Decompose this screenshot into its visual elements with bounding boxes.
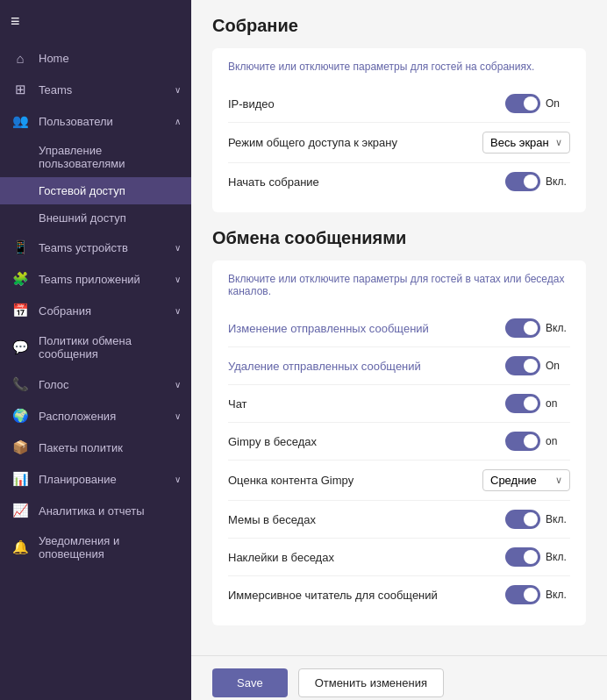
teams-devices-icon: 📱 (11, 239, 30, 255)
setting-label-start-meeting: Начать собрание (228, 175, 505, 189)
setting-control-edit-messages[interactable]: Вкл. (505, 318, 570, 338)
sidebar-item-notifications[interactable]: 🔔Уведомления и оповещения (0, 526, 191, 568)
setting-row-immersive-reader: Иммерсивное читатель для сообщенийВкл. (228, 576, 570, 613)
cancel-button[interactable]: Отменить изменения (298, 668, 444, 697)
chevron-down-icon: ∨ (175, 306, 181, 316)
section2-settings: Изменение отправленных сообщенийВкл.Удал… (228, 310, 570, 613)
toggle-giphy-in-conv[interactable] (505, 432, 540, 451)
setting-label-giphy-rating: Оценка контента Gimpy (228, 474, 482, 487)
sidebar-item-label: Home (39, 52, 181, 65)
setting-row-screen-share: Режим общего доступа к экрануВесь экран∨ (228, 123, 570, 163)
users-icon: 👥 (11, 113, 30, 129)
sidebar-item-label: Уведомления и оповещения (39, 534, 181, 561)
toggle-label-delete-messages: On (546, 360, 570, 372)
sidebar-item-manage-users[interactable]: Управление пользователями (0, 137, 191, 177)
toggle-label-chat: on (546, 397, 570, 410)
messaging-icon: 💬 (11, 339, 30, 355)
sidebar-item-label: Расположения (39, 410, 171, 423)
planning-icon: 📊 (11, 471, 30, 487)
dropdown-giphy-rating[interactable]: Средние∨ (482, 469, 570, 491)
sidebar-item-label: Голос (39, 378, 171, 391)
sidebar-item-label: Планирование (39, 473, 171, 486)
setting-row-edit-messages: Изменение отправленных сообщенийВкл. (228, 310, 570, 347)
home-icon: ⌂ (11, 51, 30, 66)
setting-row-ip-video: IP-видеоOn (228, 85, 570, 123)
chevron-down-icon: ∨ (175, 411, 181, 421)
toggle-label-start-meeting: Вкл. (546, 175, 570, 188)
sidebar-item-policy-packages[interactable]: 📦Пакеты политик (0, 432, 191, 463)
sidebar-item-users[interactable]: 👥Пользователи∧ (0, 105, 191, 137)
sidebar-item-analytics[interactable]: 📈Аналитика и отчеты (0, 495, 191, 526)
chevron-down-icon: ∨ (175, 243, 181, 253)
sidebar-item-label: Пользователи (39, 115, 171, 128)
toggle-ip-video[interactable] (505, 94, 540, 113)
save-button[interactable]: Save (212, 668, 288, 697)
toggle-label-ip-video: On (546, 97, 570, 110)
sidebar-item-teams-devices[interactable]: 📱Teams устройств∨ (0, 232, 191, 263)
main-content: Собрание Включите или отключите параметр… (191, 0, 607, 655)
toggle-edit-messages[interactable] (505, 318, 540, 338)
setting-control-giphy-rating[interactable]: Средние∨ (482, 469, 570, 491)
notifications-icon: 🔔 (11, 539, 30, 555)
chevron-down-icon: ∨ (175, 380, 181, 389)
section1-box: Включите или отключите параметры для гос… (212, 48, 586, 212)
voice-icon: 📞 (11, 376, 30, 392)
setting-control-ip-video[interactable]: On (505, 94, 570, 113)
policy-packages-icon: 📦 (11, 439, 30, 455)
sidebar-item-label: Политики обмена сообщения (39, 334, 181, 361)
setting-label-stickers: Наклейки в беседах (228, 551, 505, 564)
setting-row-delete-messages: Удаление отправленных сообщенийOn (228, 347, 570, 385)
section1-desc: Включите или отключите параметры для гос… (228, 61, 570, 73)
dropdown-screen-share[interactable]: Весь экран∨ (482, 132, 570, 154)
sidebar-item-messaging[interactable]: 💬Политики обмена сообщения (0, 326, 191, 368)
sidebar-item-label: Гостевой доступ (39, 184, 125, 197)
sidebar-item-home[interactable]: ⌂Home (0, 43, 191, 74)
toggle-start-meeting[interactable] (505, 172, 540, 191)
setting-control-chat[interactable]: on (505, 394, 570, 413)
section2-title: Обмена сообщениями (212, 228, 586, 248)
toggle-delete-messages[interactable] (505, 356, 540, 375)
toggle-memes[interactable] (505, 510, 540, 529)
setting-label-memes: Мемы в беседах (228, 513, 505, 526)
sidebar-nav: ⌂Home⊞Teams∨👥Пользователи∧Управление пол… (0, 43, 191, 568)
toggle-label-immersive-reader: Вкл. (546, 589, 570, 601)
setting-label-ip-video: IP-видео (228, 97, 505, 111)
sidebar-item-teams-apps[interactable]: 🧩Teams приложений∨ (0, 263, 191, 295)
hamburger-icon[interactable]: ≡ (11, 12, 20, 31)
setting-control-immersive-reader[interactable]: Вкл. (505, 585, 570, 604)
setting-row-stickers: Наклейки в беседахВкл. (228, 539, 570, 576)
setting-control-delete-messages[interactable]: On (505, 356, 570, 375)
sidebar-item-guest-access[interactable]: Гостевой доступ (0, 177, 191, 204)
meetings-icon: 📅 (11, 303, 30, 318)
section2-desc: Включите или отключите параметры для гос… (228, 273, 570, 297)
toggle-chat[interactable] (505, 394, 540, 413)
sidebar-item-teams[interactable]: ⊞Teams∨ (0, 74, 191, 105)
dropdown-value-giphy-rating: Средние (490, 474, 537, 487)
sidebar-item-locations[interactable]: 🌍Расположения∨ (0, 400, 191, 432)
sidebar-item-meetings[interactable]: 📅Собрания∨ (0, 295, 191, 326)
sidebar-item-voice[interactable]: 📞Голос∨ (0, 368, 191, 400)
sidebar-item-external-access[interactable]: Внешний доступ (0, 204, 191, 232)
sidebar-item-label: Аналитика и отчеты (39, 504, 181, 518)
toggle-stickers[interactable] (505, 547, 540, 567)
sidebar-item-planning[interactable]: 📊Планирование∨ (0, 463, 191, 495)
teams-icon: ⊞ (11, 82, 30, 97)
toggle-label-edit-messages: Вкл. (546, 322, 570, 334)
toggle-label-stickers: Вкл. (546, 551, 570, 563)
sidebar-item-label: Teams приложений (39, 273, 171, 286)
chevron-down-icon: ∨ (175, 85, 181, 95)
sidebar-item-label: Teams (39, 83, 171, 96)
chevron-down-icon: ∨ (555, 475, 562, 486)
setting-control-memes[interactable]: Вкл. (505, 510, 570, 529)
bottom-bar: Save Отменить изменения (191, 655, 607, 700)
chevron-down-icon: ∨ (175, 475, 181, 484)
setting-label-immersive-reader: Иммерсивное читатель для сообщений (228, 589, 505, 602)
sidebar-header[interactable]: ≡ (0, 0, 191, 43)
section1-title: Собрание (212, 16, 586, 36)
setting-control-start-meeting[interactable]: Вкл. (505, 172, 570, 191)
setting-control-giphy-in-conv[interactable]: on (505, 432, 570, 451)
setting-control-screen-share[interactable]: Весь экран∨ (482, 132, 570, 154)
chevron-down-icon: ∨ (555, 137, 562, 148)
setting-control-stickers[interactable]: Вкл. (505, 547, 570, 567)
toggle-immersive-reader[interactable] (505, 585, 540, 604)
